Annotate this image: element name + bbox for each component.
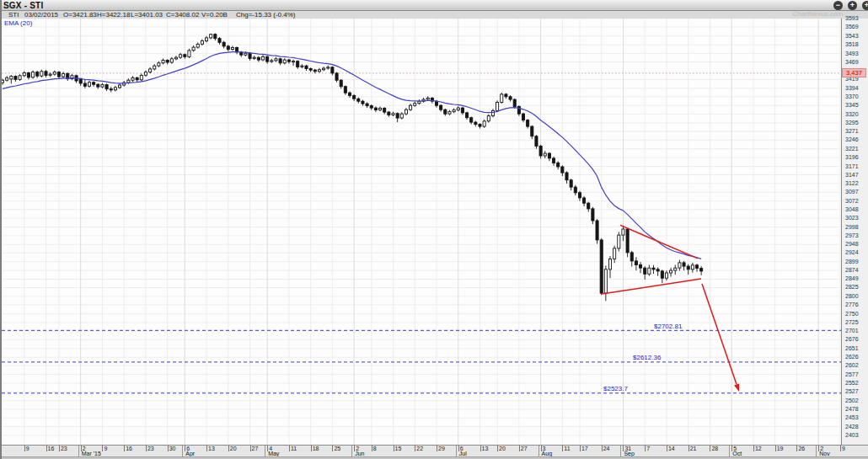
candle xyxy=(461,108,463,113)
x-axis-day-label: 17 xyxy=(581,446,588,451)
candle xyxy=(257,57,260,60)
x-axis-tick xyxy=(840,446,841,451)
candle xyxy=(19,76,21,80)
candle xyxy=(210,35,212,38)
x-axis-tick xyxy=(818,446,819,451)
x-axis-day-label: 2 xyxy=(820,446,823,451)
candle xyxy=(501,94,503,103)
x-axis-tick xyxy=(580,446,581,451)
candle xyxy=(214,35,217,39)
month-separator xyxy=(351,446,352,456)
candle xyxy=(687,266,689,270)
window-control-button[interactable]: + xyxy=(862,1,868,10)
x-axis-tick xyxy=(59,446,60,451)
candle xyxy=(275,59,277,61)
y-axis-label: 2998 xyxy=(845,224,859,231)
candle xyxy=(170,59,173,62)
candle xyxy=(440,105,442,109)
candle xyxy=(366,104,368,106)
candle xyxy=(392,114,394,115)
candle xyxy=(448,112,451,115)
x-axis-tick xyxy=(394,446,394,451)
month-separator xyxy=(182,446,183,456)
x-axis-tick xyxy=(332,446,333,451)
x-axis-month-label: Apr xyxy=(185,451,195,456)
candle xyxy=(630,253,633,261)
month-separator xyxy=(538,446,539,456)
y-axis-label: 3196 xyxy=(845,154,859,161)
y-axis-label: 3543 xyxy=(845,33,859,40)
x-axis-tick xyxy=(168,446,169,451)
x-axis-tick xyxy=(480,446,481,451)
candle xyxy=(348,93,351,95)
candle xyxy=(27,73,29,77)
y-axis-label: 3295 xyxy=(845,120,859,126)
candle xyxy=(487,116,490,121)
x-axis-tick xyxy=(645,446,646,451)
x-axis-tick xyxy=(124,446,125,451)
candle xyxy=(222,42,225,46)
candle xyxy=(444,109,447,114)
month-separator xyxy=(620,446,621,456)
y-axis-label: 3345 xyxy=(845,102,859,109)
zoom-in-button[interactable]: + xyxy=(848,1,857,10)
breakdown-arrow-head xyxy=(734,384,739,392)
candle xyxy=(474,122,477,125)
candle xyxy=(218,39,221,43)
x-axis-tick xyxy=(519,446,520,451)
open-label: O=3421.83 xyxy=(63,11,97,19)
candle xyxy=(656,270,659,271)
candle xyxy=(353,96,356,99)
x-axis-day-label: 22 xyxy=(416,446,423,451)
candle xyxy=(527,120,529,127)
month-separator xyxy=(78,446,79,456)
candle xyxy=(158,63,160,66)
candle xyxy=(535,136,538,147)
price-axis[interactable]: 3593356935433518349334693419339433703345… xyxy=(841,19,868,445)
candle xyxy=(127,80,130,83)
zoom-out-button[interactable]: − xyxy=(833,1,843,10)
date-axis[interactable]: 91623Mar '1529162330Apr6132027May4111825… xyxy=(0,445,868,456)
candle xyxy=(587,203,590,209)
candle xyxy=(362,101,364,104)
y-axis-label: 3320 xyxy=(845,111,859,118)
x-axis-day-label: 25 xyxy=(334,446,340,451)
x-axis-tick xyxy=(710,446,710,451)
y-axis-label: 2750 xyxy=(845,311,859,318)
candle xyxy=(570,180,572,187)
candle xyxy=(40,72,43,76)
x-axis-month-label: Jun xyxy=(355,451,364,456)
x-axis-month-label: Sep xyxy=(624,451,634,456)
y-axis-label: 2552 xyxy=(845,380,859,387)
candle xyxy=(505,94,507,97)
candle xyxy=(557,163,560,167)
x-axis-day-label: 9 xyxy=(842,446,845,451)
candle xyxy=(323,68,325,70)
change-label: Chg=-15.33 (-0.4%) xyxy=(236,11,295,19)
x-axis-day-label: 16 xyxy=(48,446,55,451)
x-axis-day-label: 6 xyxy=(186,446,190,451)
candle xyxy=(335,73,338,80)
title-bar[interactable]: SGX - STI − + + xyxy=(0,0,868,11)
x-axis-day-label: 12 xyxy=(755,446,762,451)
candle xyxy=(383,109,386,113)
x-axis-tick xyxy=(689,446,689,451)
x-axis-tick xyxy=(311,446,312,451)
candle xyxy=(379,109,382,110)
x-axis-tick xyxy=(623,446,624,451)
x-axis-tick xyxy=(775,446,776,451)
candle xyxy=(513,99,516,106)
y-axis-label: 2849 xyxy=(845,275,859,282)
candle xyxy=(604,270,607,293)
chart-plot-area[interactable] xyxy=(0,0,868,459)
candle xyxy=(583,198,586,203)
x-axis-day-label: 20 xyxy=(499,446,506,451)
y-axis-label: 3370 xyxy=(845,93,859,100)
y-axis-label: 2676 xyxy=(845,336,859,343)
candle xyxy=(400,114,403,118)
candle xyxy=(405,109,407,114)
y-axis-label: 3271 xyxy=(845,128,859,135)
y-axis-label: 2701 xyxy=(845,328,859,334)
y-axis-label: 3394 xyxy=(845,85,859,92)
x-axis-tick xyxy=(81,446,82,451)
